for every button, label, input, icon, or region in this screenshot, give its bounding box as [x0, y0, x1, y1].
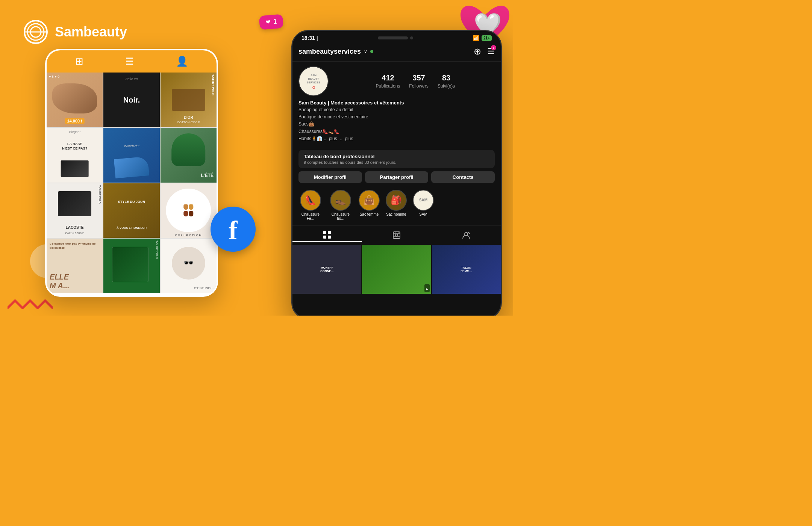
edit-profile-button[interactable]: Modifier profil: [298, 171, 362, 183]
cell-price: 14.000 f: [65, 118, 84, 124]
highlight-label-5: SAM: [419, 212, 427, 216]
grid-item-8: STYLE DU JOUR À VOUS L'HONNEUR: [103, 183, 159, 238]
ig-tabs: [292, 225, 501, 245]
grid-item-12: C'EST INDI... 🕶️: [161, 239, 217, 293]
bio-line-5-text: Habits🧍👔 ... plus: [298, 136, 337, 141]
grid-item-5: Wonderful: [103, 128, 159, 182]
svg-rect-5: [328, 231, 331, 234]
status-time: 18:31 |: [301, 35, 318, 41]
highlight-2[interactable]: 👞 Chaussure ho...: [329, 190, 353, 221]
wifi-icon: 📶: [473, 35, 479, 41]
tab-tagged[interactable]: [431, 228, 501, 242]
grid-nav-icon[interactable]: ⊞: [75, 56, 83, 67]
grid-post-2: ▶: [362, 245, 431, 294]
highlight-label-4: Sac homme: [386, 212, 406, 216]
logo-area: Sambeauty: [23, 19, 127, 45]
dashboard-subtitle: 9 comptes touchés au cours des 30 dernie…: [304, 160, 489, 165]
grid-item-1: ♥ 8 ● 0 14.000 f: [47, 73, 103, 127]
profile-avatar: SAMBEAUTYSERVICES ⭕: [298, 66, 329, 96]
grid-item-11: T-SHIRT POLO: [103, 239, 159, 293]
bio-line-4: Chaussures👠👡👠: [298, 128, 495, 135]
ig-username-area: sambeautyservices ∨: [298, 48, 373, 56]
grid-post-3: TALONFEMM...: [432, 245, 501, 294]
grid-item-10: L'élégance n'est pas synonyme de délicat…: [47, 239, 103, 293]
highlight-5[interactable]: SAM SAM: [413, 190, 434, 221]
highlight-label-2: Chaussure ho...: [329, 212, 353, 221]
brand-name: Sambeauty: [55, 24, 127, 40]
grid-post-text-1: MONTPFCONNE...: [292, 265, 361, 274]
publications-count: 412: [376, 74, 400, 82]
left-phone-mockup: ⊞ ☰ 👤 ♥ 8 ● 0 14.000 f Belle en Noir. T-…: [45, 49, 218, 297]
logo-icon: [23, 19, 49, 45]
facebook-bubble[interactable]: f: [211, 207, 256, 252]
contacts-button[interactable]: Contacts: [431, 171, 495, 183]
publications-stat: 412 Publications: [376, 74, 400, 89]
followers-label: Followers: [409, 83, 428, 89]
ig-profile-section: SAMBEAUTYSERVICES ⭕ 412 Publications 357…: [292, 62, 501, 147]
following-stat: 83 Suivi(e)s: [438, 74, 455, 89]
notification-count: 1: [273, 18, 277, 26]
bio-more-link[interactable]: ... plus: [340, 136, 353, 141]
bio-name: Sam Beauty | Mode accessoires et vêtemen…: [298, 100, 495, 106]
collection-circle: [166, 189, 211, 232]
followers-stat: 357 Followers: [409, 74, 428, 89]
cell-hearts: ♥ 8 ● 0: [49, 75, 59, 79]
following-label: Suivi(e)s: [438, 83, 455, 89]
grid-item-6: L'ÉTÉ: [161, 128, 217, 182]
zigzag-decoration: [8, 293, 53, 316]
tab-grid[interactable]: [292, 228, 362, 242]
ig-profile-row: SAMBEAUTYSERVICES ⭕ 412 Publications 357…: [298, 66, 495, 96]
dropdown-icon[interactable]: ∨: [364, 49, 367, 54]
product-grid: ♥ 8 ● 0 14.000 f Belle en Noir. T-SHIRT …: [47, 73, 217, 293]
add-post-icon[interactable]: ⊕: [474, 46, 481, 57]
bio-line-2: Boutique de mode et vestimentaire: [298, 113, 495, 121]
status-icons: 📶 21+: [473, 35, 492, 41]
highlight-circle-3: 👜: [359, 190, 380, 211]
tab-reels[interactable]: [362, 228, 432, 242]
svg-rect-6: [323, 236, 326, 239]
highlight-1[interactable]: 👠 Chaussure Fe...: [298, 190, 323, 221]
ig-highlights: 👠 Chaussure Fe... 👞 Chaussure ho... 👜 Sa…: [292, 187, 501, 225]
svg-point-9: [395, 234, 398, 236]
profile-nav-icon[interactable]: 👤: [176, 56, 188, 67]
list-nav-icon[interactable]: ☰: [125, 56, 134, 67]
highlight-label-3: Sac femme: [360, 212, 379, 216]
grid-item-4: Elegant LA BASEN'EST CE PAS?: [47, 128, 103, 182]
ig-stats: 412 Publications 357 Followers 83 Suivi(…: [336, 74, 495, 89]
ig-header: sambeautyservices ∨ ⊕ ☰ 1: [292, 43, 501, 62]
bio-line-1: Shopping et vente au détail: [298, 106, 495, 113]
notification-bubble-1: ❤ 1: [259, 14, 284, 30]
following-count: 83: [438, 74, 455, 82]
share-profile-button[interactable]: Partager profil: [365, 171, 429, 183]
highlight-circle-4: 🎒: [386, 190, 407, 211]
grid-item-2: Belle en Noir.: [103, 73, 159, 127]
highlight-4[interactable]: 🎒 Sac homme: [386, 190, 407, 221]
status-bar: 18:31 | 📶 21+: [292, 31, 501, 43]
highlight-3[interactable]: 👜 Sac femme: [359, 190, 380, 221]
menu-notification-badge: 1: [491, 45, 496, 50]
svg-rect-7: [328, 236, 331, 239]
grid-item-9: COLLECTION: [161, 183, 217, 238]
grid-item-3: T-SHIRT POLO DIOR COTTON 6500 F: [161, 73, 217, 127]
avatar-text: SAMBEAUTYSERVICES: [307, 74, 320, 84]
followers-count: 357: [409, 74, 428, 82]
ig-dashboard: Tableau de bord professionnel 9 comptes …: [298, 150, 495, 168]
right-phone-instagram: 18:31 | 📶 21+ sambeautyservices ∨ ⊕ ☰ 1: [291, 30, 502, 316]
grid-post-1: MONTPFCONNE...: [292, 245, 361, 294]
highlight-circle-1: 👠: [300, 190, 321, 211]
ig-username: sambeautyservices: [298, 48, 361, 56]
menu-icon[interactable]: ☰ 1: [487, 47, 495, 56]
battery-indicator: 21+: [482, 35, 492, 41]
highlight-circle-5: SAM: [413, 190, 434, 211]
bio-line-3: Sacs👜: [298, 121, 495, 128]
svg-rect-8: [393, 232, 400, 239]
highlight-label-1: Chaussure Fe...: [298, 212, 323, 221]
facebook-icon: f: [229, 217, 237, 243]
grid-post-text-3: TALONFEMM...: [432, 265, 501, 274]
bio-line-5: Habits🧍👔 ... plus ... plus: [298, 135, 495, 142]
status-pill: [378, 36, 408, 39]
svg-rect-4: [323, 231, 326, 234]
grid-item-7: T-SHIRT POLO LACOSTE Cotton 6500 F: [47, 183, 103, 238]
ig-header-icons: ⊕ ☰ 1: [474, 46, 495, 57]
ig-bio: Sam Beauty | Mode accessoires et vêtemen…: [298, 100, 495, 142]
